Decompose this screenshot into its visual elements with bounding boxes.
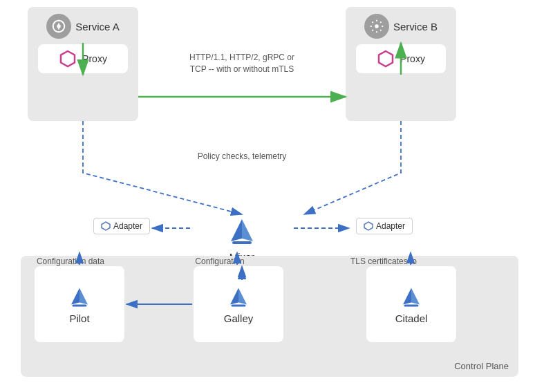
svg-rect-17 <box>404 304 419 306</box>
svg-marker-4 <box>231 219 242 241</box>
svg-marker-1 <box>61 51 75 66</box>
svg-marker-13 <box>238 288 247 304</box>
proxy-a-label: Proxy <box>82 53 107 64</box>
svg-marker-3 <box>379 51 393 66</box>
galley-label: Galley <box>224 312 254 324</box>
adapter-left-label: Adapter <box>113 221 142 231</box>
diagram-container: Service A Proxy Service B Proxy <box>0 0 544 392</box>
service-a-name: Service A <box>75 21 119 32</box>
adapter-left-box: Adapter <box>93 218 150 234</box>
proxy-b-label: Proxy <box>400 53 425 64</box>
service-a-box: Service A Proxy <box>28 7 138 121</box>
pilot-sail-icon <box>67 285 92 310</box>
svg-point-0 <box>57 24 62 28</box>
citadel-box: Citadel <box>366 266 456 342</box>
proxy-a-hex-icon <box>59 50 77 68</box>
service-b-icon <box>364 14 389 39</box>
control-plane-label: Control Plane <box>454 361 509 371</box>
svg-marker-8 <box>364 222 373 230</box>
service-b-box: Service B Proxy <box>346 7 456 121</box>
svg-marker-16 <box>411 288 420 304</box>
service-a-icon <box>46 14 71 39</box>
svg-marker-15 <box>403 288 411 304</box>
service-a-label: Service A <box>46 14 119 39</box>
service-b-name: Service B <box>393 21 438 32</box>
adapter-right-label: Adapter <box>376 221 405 231</box>
pilot-box: Pilot <box>35 266 124 342</box>
adapter-right-icon <box>364 221 373 231</box>
proxy-b-hex-icon <box>377 50 395 68</box>
galley-sail-icon <box>226 285 251 310</box>
svg-marker-12 <box>230 288 238 304</box>
svg-marker-9 <box>71 288 79 304</box>
svg-marker-5 <box>242 219 253 241</box>
protocol-text: HTTP/1.1, HTTP/2, gRPC or TCP -- with or… <box>187 52 297 75</box>
adapter-right-box: Adapter <box>356 218 413 234</box>
citadel-label: Citadel <box>395 312 428 324</box>
galley-box: Galley <box>194 266 283 342</box>
policy-text: Policy checks, telemetry <box>197 151 287 162</box>
svg-marker-7 <box>102 222 110 230</box>
proxy-b-box: Proxy <box>356 44 446 73</box>
service-b-label: Service B <box>364 14 438 39</box>
pilot-label: Pilot <box>69 312 89 324</box>
adapter-left-icon <box>101 221 111 231</box>
svg-marker-10 <box>79 288 88 304</box>
svg-rect-14 <box>232 304 246 306</box>
proxy-a-box: Proxy <box>38 44 128 73</box>
svg-rect-6 <box>232 241 252 244</box>
citadel-sail-icon <box>399 285 424 310</box>
svg-rect-11 <box>73 304 87 306</box>
mixer-sail-icon <box>225 215 259 248</box>
svg-point-2 <box>375 24 379 28</box>
